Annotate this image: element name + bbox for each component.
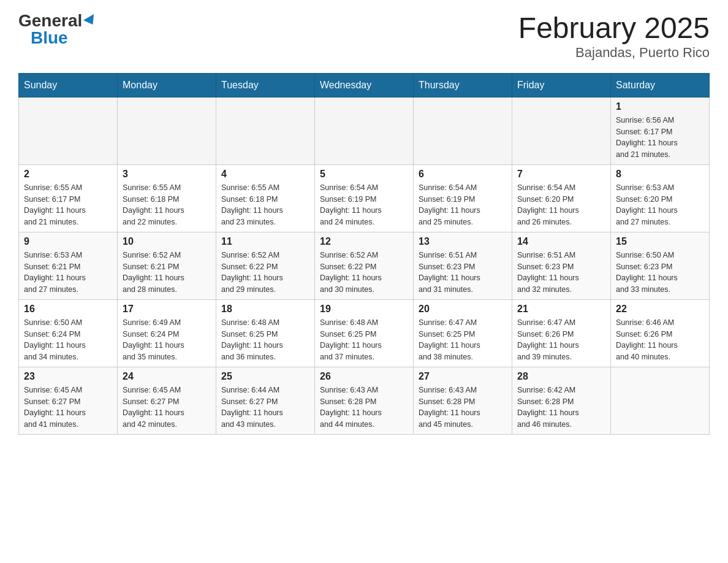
calendar-day: 10Sunrise: 6:52 AMSunset: 6:21 PMDayligh… — [118, 232, 216, 299]
calendar-day — [216, 97, 315, 164]
day-info: Sunrise: 6:52 AMSunset: 6:22 PMDaylight:… — [320, 250, 408, 296]
calendar-day — [315, 97, 414, 164]
day-info: Sunrise: 6:46 AMSunset: 6:26 PMDaylight:… — [616, 317, 704, 363]
week-row-3: 9Sunrise: 6:53 AMSunset: 6:21 PMDaylight… — [19, 232, 710, 299]
day-info: Sunrise: 6:54 AMSunset: 6:19 PMDaylight:… — [320, 182, 408, 228]
header-thursday: Thursday — [414, 73, 512, 97]
calendar-header: Sunday Monday Tuesday Wednesday Thursday… — [19, 73, 710, 97]
day-number: 7 — [517, 169, 605, 180]
day-info: Sunrise: 6:52 AMSunset: 6:21 PMDaylight:… — [123, 250, 211, 296]
calendar-day: 21Sunrise: 6:47 AMSunset: 6:26 PMDayligh… — [512, 299, 611, 367]
calendar-day: 28Sunrise: 6:42 AMSunset: 6:28 PMDayligh… — [512, 367, 611, 434]
calendar-table: Sunday Monday Tuesday Wednesday Thursday… — [18, 73, 710, 435]
day-number: 4 — [221, 169, 309, 180]
day-info: Sunrise: 6:54 AMSunset: 6:20 PMDaylight:… — [517, 182, 605, 228]
calendar-day: 16Sunrise: 6:50 AMSunset: 6:24 PMDayligh… — [19, 299, 118, 367]
calendar-day: 23Sunrise: 6:45 AMSunset: 6:27 PMDayligh… — [19, 367, 118, 434]
day-number: 25 — [221, 371, 309, 382]
calendar-day: 14Sunrise: 6:51 AMSunset: 6:23 PMDayligh… — [512, 232, 611, 299]
calendar-day: 8Sunrise: 6:53 AMSunset: 6:20 PMDaylight… — [611, 164, 710, 232]
calendar-day: 15Sunrise: 6:50 AMSunset: 6:23 PMDayligh… — [611, 232, 710, 299]
calendar-day: 13Sunrise: 6:51 AMSunset: 6:23 PMDayligh… — [414, 232, 512, 299]
header-saturday: Saturday — [611, 73, 710, 97]
day-number: 6 — [419, 169, 507, 180]
calendar-day — [414, 97, 512, 164]
day-info: Sunrise: 6:53 AMSunset: 6:21 PMDaylight:… — [24, 250, 112, 296]
day-number: 27 — [419, 371, 507, 382]
week-row-4: 16Sunrise: 6:50 AMSunset: 6:24 PMDayligh… — [19, 299, 710, 367]
day-number: 28 — [517, 371, 605, 382]
calendar-day: 24Sunrise: 6:45 AMSunset: 6:27 PMDayligh… — [118, 367, 216, 434]
day-info: Sunrise: 6:47 AMSunset: 6:25 PMDaylight:… — [419, 317, 507, 363]
calendar-day: 17Sunrise: 6:49 AMSunset: 6:24 PMDayligh… — [118, 299, 216, 367]
day-info: Sunrise: 6:52 AMSunset: 6:22 PMDaylight:… — [221, 250, 309, 296]
calendar-day: 27Sunrise: 6:43 AMSunset: 6:28 PMDayligh… — [414, 367, 512, 434]
calendar-day: 4Sunrise: 6:55 AMSunset: 6:18 PMDaylight… — [216, 164, 315, 232]
header-sunday: Sunday — [19, 73, 118, 97]
calendar-day: 11Sunrise: 6:52 AMSunset: 6:22 PMDayligh… — [216, 232, 315, 299]
calendar-day: 12Sunrise: 6:52 AMSunset: 6:22 PMDayligh… — [315, 232, 414, 299]
calendar-day — [118, 97, 216, 164]
weekday-header-row: Sunday Monday Tuesday Wednesday Thursday… — [19, 73, 710, 97]
calendar-day: 3Sunrise: 6:55 AMSunset: 6:18 PMDaylight… — [118, 164, 216, 232]
header-monday: Monday — [118, 73, 216, 97]
calendar-day: 26Sunrise: 6:43 AMSunset: 6:28 PMDayligh… — [315, 367, 414, 434]
day-info: Sunrise: 6:48 AMSunset: 6:25 PMDaylight:… — [221, 317, 309, 363]
page-header: General Blue February 2025 Bajandas, Pue… — [18, 12, 710, 61]
day-info: Sunrise: 6:49 AMSunset: 6:24 PMDaylight:… — [123, 317, 211, 363]
day-number: 16 — [24, 304, 112, 315]
day-info: Sunrise: 6:45 AMSunset: 6:27 PMDaylight:… — [24, 385, 112, 431]
calendar-day — [19, 97, 118, 164]
logo-triangle-icon — [83, 14, 98, 28]
day-number: 21 — [517, 304, 605, 315]
day-number: 18 — [221, 304, 309, 315]
day-info: Sunrise: 6:47 AMSunset: 6:26 PMDaylight:… — [517, 317, 605, 363]
day-info: Sunrise: 6:42 AMSunset: 6:28 PMDaylight:… — [517, 385, 605, 431]
day-number: 22 — [616, 304, 704, 315]
header-tuesday: Tuesday — [216, 73, 315, 97]
header-friday: Friday — [512, 73, 611, 97]
calendar-day: 9Sunrise: 6:53 AMSunset: 6:21 PMDaylight… — [19, 232, 118, 299]
calendar-day: 1Sunrise: 6:56 AMSunset: 6:17 PMDaylight… — [611, 97, 710, 164]
day-info: Sunrise: 6:48 AMSunset: 6:25 PMDaylight:… — [320, 317, 408, 363]
calendar-title: February 2025 — [518, 12, 710, 45]
day-info: Sunrise: 6:44 AMSunset: 6:27 PMDaylight:… — [221, 385, 309, 431]
day-number: 20 — [419, 304, 507, 315]
day-info: Sunrise: 6:55 AMSunset: 6:18 PMDaylight:… — [123, 182, 211, 228]
calendar-day: 25Sunrise: 6:44 AMSunset: 6:27 PMDayligh… — [216, 367, 315, 434]
day-info: Sunrise: 6:50 AMSunset: 6:24 PMDaylight:… — [24, 317, 112, 363]
week-row-2: 2Sunrise: 6:55 AMSunset: 6:17 PMDaylight… — [19, 164, 710, 232]
day-number: 3 — [123, 169, 211, 180]
day-info: Sunrise: 6:43 AMSunset: 6:28 PMDaylight:… — [320, 385, 408, 431]
day-info: Sunrise: 6:56 AMSunset: 6:17 PMDaylight:… — [616, 115, 704, 161]
logo-blue-text: Blue — [31, 29, 68, 47]
day-number: 23 — [24, 371, 112, 382]
calendar-day: 2Sunrise: 6:55 AMSunset: 6:17 PMDaylight… — [19, 164, 118, 232]
calendar-day: 6Sunrise: 6:54 AMSunset: 6:19 PMDaylight… — [414, 164, 512, 232]
day-number: 12 — [320, 236, 408, 247]
calendar-day: 5Sunrise: 6:54 AMSunset: 6:19 PMDaylight… — [315, 164, 414, 232]
day-number: 26 — [320, 371, 408, 382]
day-number: 2 — [24, 169, 112, 180]
calendar-day: 22Sunrise: 6:46 AMSunset: 6:26 PMDayligh… — [611, 299, 710, 367]
day-info: Sunrise: 6:45 AMSunset: 6:27 PMDaylight:… — [123, 385, 211, 431]
week-row-5: 23Sunrise: 6:45 AMSunset: 6:27 PMDayligh… — [19, 367, 710, 434]
day-number: 19 — [320, 304, 408, 315]
day-number: 10 — [123, 236, 211, 247]
logo: General Blue — [18, 12, 97, 47]
calendar-subtitle: Bajandas, Puerto Rico — [518, 45, 710, 61]
day-info: Sunrise: 6:43 AMSunset: 6:28 PMDaylight:… — [419, 385, 507, 431]
day-info: Sunrise: 6:51 AMSunset: 6:23 PMDaylight:… — [419, 250, 507, 296]
calendar-day: 19Sunrise: 6:48 AMSunset: 6:25 PMDayligh… — [315, 299, 414, 367]
day-number: 14 — [517, 236, 605, 247]
day-number: 5 — [320, 169, 408, 180]
day-number: 8 — [616, 169, 704, 180]
calendar-day — [512, 97, 611, 164]
day-number: 17 — [123, 304, 211, 315]
week-row-1: 1Sunrise: 6:56 AMSunset: 6:17 PMDaylight… — [19, 97, 710, 164]
day-number: 13 — [419, 236, 507, 247]
day-number: 24 — [123, 371, 211, 382]
day-info: Sunrise: 6:54 AMSunset: 6:19 PMDaylight:… — [419, 182, 507, 228]
day-info: Sunrise: 6:51 AMSunset: 6:23 PMDaylight:… — [517, 250, 605, 296]
calendar-day: 18Sunrise: 6:48 AMSunset: 6:25 PMDayligh… — [216, 299, 315, 367]
